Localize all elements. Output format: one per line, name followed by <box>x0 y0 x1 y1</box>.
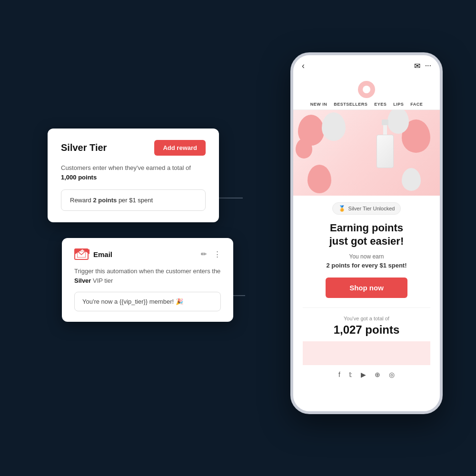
youtube-icon[interactable]: ▶ <box>361 371 366 378</box>
email-body: 🏅 Silver Tier Unlocked Earning points ju… <box>293 196 440 391</box>
email-label: Email <box>93 250 112 258</box>
balloon-5 <box>307 165 331 193</box>
connector-line-1 <box>219 198 243 198</box>
phone-mockup: ‹ ✉ ··· NEW IN BESTSELLERS EYES LIPS FAC… <box>290 52 443 414</box>
pinterest-icon[interactable]: ⊕ <box>375 371 380 378</box>
phone-content: NEW IN BESTSELLERS EYES LIPS FACE <box>293 76 440 411</box>
email-actions: ✏ ⋮ <box>201 250 221 258</box>
twitter-icon[interactable]: 𝕥 <box>349 371 352 378</box>
points-section: You've got a total of 1,027 points <box>303 307 430 341</box>
earn-detail-text: 2 points for every $1 spent! <box>303 262 430 269</box>
email-icon <box>74 248 89 260</box>
bottle-body <box>377 135 394 168</box>
hero-image <box>293 110 440 196</box>
perfume-bottle <box>376 119 395 172</box>
instagram-icon[interactable]: ◎ <box>389 371 395 378</box>
nav-face[interactable]: FACE <box>410 102 423 107</box>
nav-lips[interactable]: LIPS <box>393 102 404 107</box>
template-box: You're now a {{vip_tier}} member! 🎉 <box>74 292 221 311</box>
email-card-left: Email <box>74 248 112 260</box>
nav-eyes[interactable]: EYES <box>374 102 387 107</box>
email-card: Email ✏ ⋮ Trigger this automation when t… <box>62 238 233 322</box>
shop-menu: NEW IN BESTSELLERS EYES LIPS FACE <box>293 102 440 107</box>
card-header: Silver Tier Add reward <box>61 140 206 156</box>
reward-box: Reward 2 points per $1 spent <box>61 189 206 211</box>
card-title: Silver Tier <box>61 142 107 153</box>
silver-tier-card: Silver Tier Add reward Customers enter w… <box>48 129 219 222</box>
connector-line-2 <box>233 295 245 296</box>
tier-badge-label: Silver Tier Unlocked <box>348 206 395 211</box>
email-card-header: Email ✏ ⋮ <box>74 248 221 260</box>
email-card-description: Trigger this automation when the custome… <box>74 267 221 285</box>
balloon-6 <box>402 168 421 191</box>
earn-intro-text: You now earn <box>303 253 430 260</box>
template-text: You're now a {{vip_tier}} member! 🎉 <box>82 298 183 305</box>
bottle-cap <box>382 119 388 125</box>
phone-status-bar: ‹ ✉ ··· <box>293 55 440 76</box>
nav-new-in[interactable]: NEW IN <box>310 102 327 107</box>
balloon-7 <box>296 139 312 159</box>
status-icons: ✉ ··· <box>414 61 431 70</box>
tier-badge: 🏅 Silver Tier Unlocked <box>332 202 401 215</box>
more-icon[interactable]: ⋮ <box>214 250 221 258</box>
shop-navigation: NEW IN BESTSELLERS EYES LIPS FACE <box>293 76 440 110</box>
facebook-icon[interactable]: f <box>338 371 340 378</box>
balloon-2 <box>322 112 346 141</box>
points-value: 1,027 points <box>303 323 430 337</box>
social-bar: f 𝕥 ▶ ⊕ ◎ <box>303 365 430 384</box>
medal-icon: 🏅 <box>338 205 346 212</box>
more-options-icon[interactable]: ··· <box>425 61 431 70</box>
points-label: You've got a total of <box>303 316 430 321</box>
email-headline: Earning points just got easier! <box>303 221 430 248</box>
nav-bestsellers[interactable]: BESTSELLERS <box>334 102 367 107</box>
shop-logo <box>358 81 375 98</box>
edit-icon[interactable]: ✏ <box>201 250 207 258</box>
shop-now-button[interactable]: Shop now <box>326 278 407 298</box>
shop-logo-inner <box>363 86 370 93</box>
bottle-neck <box>383 125 387 135</box>
back-button[interactable]: ‹ <box>302 61 305 71</box>
card-description: Customers enter when they've earned a to… <box>61 163 206 182</box>
mail-icon[interactable]: ✉ <box>414 61 420 70</box>
add-reward-button[interactable]: Add reward <box>154 140 206 156</box>
pink-footer <box>303 341 430 365</box>
